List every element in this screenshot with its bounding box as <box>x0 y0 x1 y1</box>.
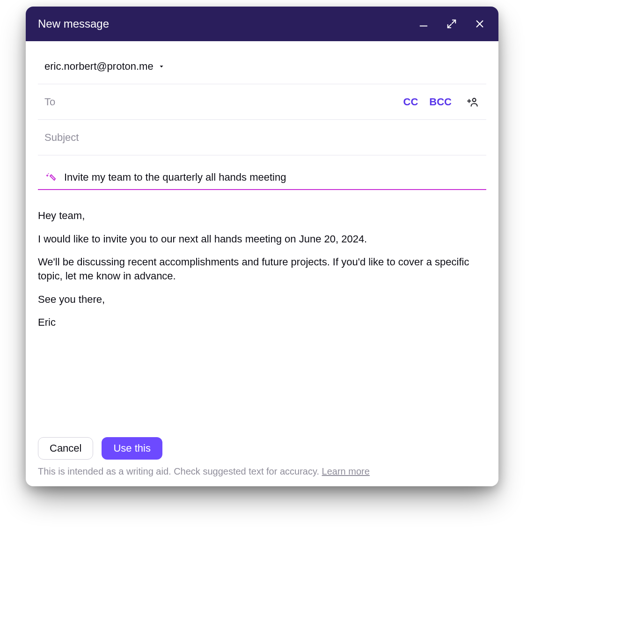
body-line: We'll be discussing recent accomplishmen… <box>38 255 480 283</box>
cancel-button[interactable]: Cancel <box>38 437 93 460</box>
use-this-button[interactable]: Use this <box>102 437 162 460</box>
button-row: Cancel Use this <box>38 437 486 460</box>
learn-more-link[interactable]: Learn more <box>322 466 370 476</box>
subject-row <box>38 120 486 155</box>
svg-line-1 <box>452 20 455 23</box>
to-input[interactable] <box>44 96 397 108</box>
close-button[interactable] <box>473 17 486 30</box>
bcc-button[interactable]: BCC <box>429 96 452 108</box>
generated-body: Hey team, I would like to invite you to … <box>38 190 486 437</box>
expand-button[interactable] <box>445 17 458 30</box>
compose-window: New message <box>26 7 498 486</box>
from-dropdown-icon <box>158 63 165 70</box>
ai-prompt-text: Invite my team to the quarterly all hand… <box>64 171 286 183</box>
ai-prompt-row[interactable]: Invite my team to the quarterly all hand… <box>38 171 486 190</box>
titlebar: New message <box>26 7 498 41</box>
window-actions <box>417 17 486 30</box>
disclaimer-text: This is intended as a writing aid. Check… <box>38 466 322 476</box>
cc-button[interactable]: CC <box>403 96 418 108</box>
subject-input[interactable] <box>44 132 480 144</box>
magic-wand-icon <box>44 171 57 183</box>
from-address: eric.norbert@proton.me <box>44 60 154 73</box>
body-line: Hey team, <box>38 209 480 223</box>
from-row[interactable]: eric.norbert@proton.me <box>38 49 486 84</box>
body-line: Eric <box>38 315 480 329</box>
svg-point-5 <box>473 98 476 102</box>
footer: Cancel Use this This is intended as a wr… <box>38 437 486 477</box>
minimize-button[interactable] <box>417 17 430 30</box>
window-title: New message <box>38 17 417 30</box>
cc-bcc-group: CC BCC <box>403 96 452 108</box>
body-line: See you there, <box>38 293 480 307</box>
svg-line-2 <box>448 24 451 28</box>
to-row: CC BCC <box>38 84 486 120</box>
add-contact-button[interactable] <box>467 95 480 109</box>
disclaimer: This is intended as a writing aid. Check… <box>38 466 486 477</box>
compose-body: eric.norbert@proton.me CC BCC <box>26 41 498 486</box>
body-line: I would like to invite you to our next a… <box>38 232 480 246</box>
